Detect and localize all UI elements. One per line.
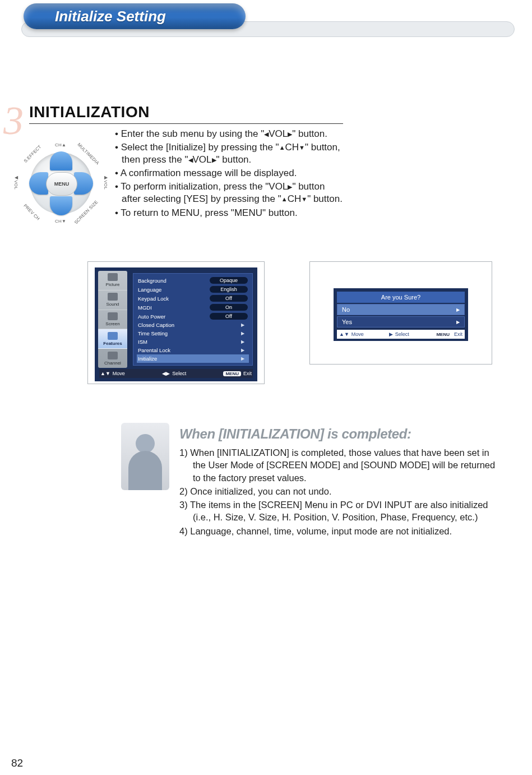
osd-confirm-no: No▶	[337, 304, 465, 315]
chevron-right-icon: ▶	[241, 348, 248, 353]
completion-item-3: 3) The items in the [SCREEN] Menu in PC …	[179, 499, 499, 524]
osd-hint-move: ▲▼Move	[339, 331, 364, 337]
osd-row-mgdi: MGDIOn	[137, 303, 249, 312]
chevron-right-icon: ▶	[241, 331, 248, 336]
osd-row-time-setting: Time Setting▶	[137, 329, 249, 338]
remote-menu-button: MENU	[46, 172, 77, 196]
osd-confirm-yes: Yes▶	[337, 316, 465, 327]
illustration-body	[128, 451, 162, 490]
left-triangle-icon: ◀	[264, 131, 269, 137]
osd-row-auto-power: Auto PowerOff	[137, 312, 249, 321]
osd-hint-exit: MENUExit	[434, 331, 462, 337]
osd-hint-select: ▶Select	[389, 331, 409, 337]
osd-hint-move: ▲▼Move	[100, 371, 125, 376]
right-triangle-icon: ▶	[389, 331, 393, 337]
osd-category-sidebar: Picture Sound Screen Features Channel	[98, 271, 127, 368]
chevron-right-icon: ▶	[456, 307, 460, 312]
osd-features-frame: Picture Sound Screen Features Channel Ba…	[87, 261, 265, 384]
instruction-list: • Enter the sub menu by using the "◀VOL▶…	[115, 128, 345, 220]
osd-row-ism: ISM▶	[137, 338, 249, 346]
title-pill: Initialize Setting	[24, 3, 246, 29]
completion-heading: When [INITIALIZATION] is completed:	[179, 426, 411, 442]
osd-panels: Picture Sound Screen Features Channel Ba…	[87, 261, 514, 384]
right-triangle-icon: ▶	[212, 156, 216, 163]
osd-confirm-title: Are you Sure?	[337, 292, 465, 303]
updown-icon: ▲▼	[100, 371, 110, 376]
osd-footer: ▲▼Move ◀▶Select MENUExit	[99, 369, 253, 378]
person-illustration	[121, 423, 169, 490]
osd-cat-screen: Screen	[98, 310, 127, 330]
osd-row-closed-caption: Closed Caption▶	[137, 321, 249, 329]
title-bar: Initialize Setting	[21, 4, 515, 38]
chevron-right-icon: ▶	[456, 320, 460, 325]
completion-item-4: 4) Language, channel, time, volume, inpu…	[179, 525, 499, 537]
instruction-3: • A confirmation message will be display…	[115, 167, 345, 179]
osd-hint-select: ◀▶Select	[162, 371, 186, 376]
remote-vol-left	[29, 172, 48, 195]
up-triangle-icon: ▲	[281, 196, 288, 202]
osd-row-language: LanguageEnglish	[137, 285, 249, 294]
menu-chip-icon: MENU	[223, 371, 241, 376]
remote-label-prevch: PREV CH	[22, 203, 41, 222]
chevron-right-icon: ▶	[241, 322, 248, 327]
up-triangle-icon: ▲	[279, 144, 285, 151]
osd-settings-list: BackgroundOpaque LanguageEnglish Keypad …	[133, 273, 253, 366]
section-title: INITIALIZATION	[29, 103, 150, 121]
osd-features: Picture Sound Screen Features Channel Ba…	[95, 267, 257, 381]
remote-label-vol-r: ▶VOL	[103, 175, 108, 190]
chevron-right-icon: ▶	[241, 339, 248, 344]
remote-diagram: MENU CH▲ CH▼ ◀VOL ▶VOL S.EFFECT MULTIMED…	[12, 135, 108, 230]
osd-confirm: Are you Sure? No▶ Yes▶ ▲▼Move ▶Select ME…	[334, 288, 468, 341]
updown-icon: ▲▼	[339, 331, 349, 337]
completion-item-2: 2) Once initialized, you can not undo.	[179, 485, 499, 497]
instruction-5: • To return to MENU, press "MENU" button…	[115, 207, 345, 219]
osd-cat-features: Features	[98, 329, 127, 349]
instruction-4: • To perform initialization, press the "…	[115, 181, 345, 205]
remote-label-ch-dn: CH▼	[55, 219, 66, 224]
title-text: Initialize Setting	[55, 8, 166, 25]
osd-cat-channel: Channel	[98, 349, 127, 368]
osd-row-parental-lock: Parental Lock▶	[137, 346, 249, 354]
osd-row-background: BackgroundOpaque	[137, 276, 249, 285]
osd-confirm-footer: ▲▼Move ▶Select MENUExit	[337, 330, 465, 339]
chevron-right-icon: ▶	[241, 356, 248, 361]
page: Initialize Setting 3 INITIALIZATION MENU…	[0, 0, 532, 775]
osd-hint-exit: MENUExit	[223, 371, 252, 376]
down-triangle-icon: ▼	[299, 144, 305, 151]
completion-item-1: 1) When [INITIALIZATION] is completed, t…	[179, 446, 499, 484]
section-rule	[29, 123, 343, 124]
completion-list: 1) When [INITIALIZATION] is completed, t…	[179, 446, 499, 538]
osd-confirm-frame: Are you Sure? No▶ Yes▶ ▲▼Move ▶Select ME…	[309, 261, 492, 365]
illustration-head	[136, 434, 155, 453]
osd-cat-picture: Picture	[98, 271, 127, 290]
leftright-icon: ◀▶	[162, 371, 170, 376]
instruction-1: • Enter the sub menu by using the "◀VOL▶…	[115, 128, 345, 140]
remote-label-vol-l: ◀VOL	[13, 175, 18, 190]
instruction-2: • Select the [Initialize] by pressing th…	[115, 141, 345, 166]
menu-chip-icon: MENU	[434, 332, 452, 337]
left-triangle-icon: ◀	[188, 156, 193, 163]
remote-label-ch-up: CH▲	[55, 142, 66, 147]
down-triangle-icon: ▼	[301, 196, 307, 202]
osd-row-keypad-lock: Keypad LockOff	[137, 294, 249, 303]
osd-row-initialize: Initialize▶	[137, 354, 249, 363]
remote-ch-up	[50, 151, 72, 170]
osd-cat-sound: Sound	[98, 290, 127, 310]
page-number: 82	[11, 757, 23, 769]
